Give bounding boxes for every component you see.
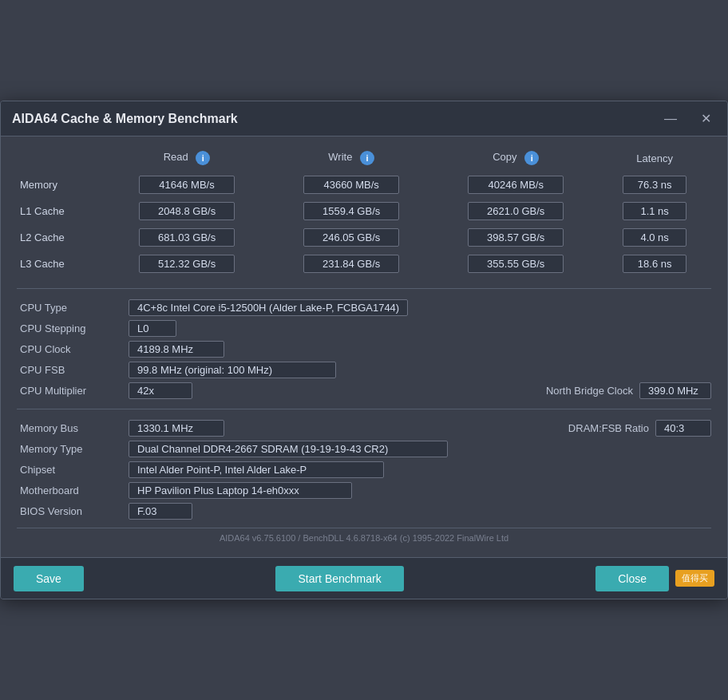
chipset-label: Chipset bbox=[17, 464, 129, 476]
cpu-clock-label: CPU Clock bbox=[17, 343, 129, 355]
title-bar: AIDA64 Cache & Memory Benchmark — ✕ bbox=[1, 101, 727, 136]
latency-cell: 1.1 ns bbox=[598, 198, 711, 224]
minimize-button[interactable]: — bbox=[659, 110, 682, 128]
footer-text: AIDA64 v6.75.6100 / BenchDLL 4.6.8718-x6… bbox=[17, 528, 711, 549]
bottom-bar: Save Start Benchmark Close 值得买 bbox=[1, 557, 727, 599]
table-row: Memory 41646 MB/s 43660 MB/s 40246 MB/s … bbox=[17, 172, 711, 198]
cpu-stepping-row: CPU Stepping L0 bbox=[17, 318, 711, 338]
read-info-icon[interactable]: i bbox=[196, 151, 210, 165]
motherboard-row: Motherboard HP Pavilion Plus Laptop 14-e… bbox=[17, 480, 711, 500]
col-copy: Copy i bbox=[433, 148, 598, 172]
main-window: AIDA64 Cache & Memory Benchmark — ✕ Read… bbox=[0, 101, 728, 599]
motherboard-label: Motherboard bbox=[17, 484, 129, 496]
dram-fsb-value: 40:3 bbox=[655, 420, 711, 437]
copy-cell: 2621.0 GB/s bbox=[433, 198, 598, 224]
memory-type-label: Memory Type bbox=[17, 443, 129, 455]
cpu-type-label: CPU Type bbox=[17, 302, 129, 314]
memory-bus-row: Memory Bus 1330.1 MHz DRAM:FSB Ratio 40:… bbox=[17, 417, 711, 438]
memory-bus-label: Memory Bus bbox=[17, 422, 129, 434]
row-label: L2 Cache bbox=[17, 224, 105, 251]
write-info-icon[interactable]: i bbox=[360, 151, 374, 165]
bios-row: BIOS Version F.03 bbox=[17, 500, 711, 521]
copy-cell: 355.55 GB/s bbox=[433, 251, 598, 277]
cpu-stepping-value: L0 bbox=[129, 320, 176, 337]
table-row: L3 Cache 512.32 GB/s 231.84 GB/s 355.55 … bbox=[17, 251, 711, 277]
cpu-stepping-label: CPU Stepping bbox=[17, 322, 129, 334]
write-cell: 231.84 GB/s bbox=[269, 251, 433, 277]
window-controls: — ✕ bbox=[659, 109, 716, 128]
write-cell: 246.05 GB/s bbox=[269, 224, 433, 251]
cpu-multiplier-row: CPU Multiplier 42x North Bridge Clock 39… bbox=[17, 380, 711, 401]
copy-cell: 398.57 GB/s bbox=[433, 224, 598, 251]
close-button[interactable]: ✕ bbox=[696, 109, 716, 128]
benchmark-table: Read i Write i Copy i Latency bbox=[17, 148, 711, 277]
row-label: L1 Cache bbox=[17, 198, 105, 224]
latency-cell: 4.0 ns bbox=[598, 224, 711, 251]
copy-cell: 40246 MB/s bbox=[433, 172, 598, 198]
read-cell: 512.32 GB/s bbox=[105, 251, 269, 277]
cpu-multiplier-label: CPU Multiplier bbox=[17, 385, 129, 397]
dram-fsb-label: DRAM:FSB Ratio bbox=[568, 422, 649, 434]
cpu-type-value: 4C+8c Intel Core i5-12500H (Alder Lake-P… bbox=[129, 299, 408, 316]
cpu-fsb-label: CPU FSB bbox=[17, 364, 129, 376]
memory-type-value: Dual Channel DDR4-2667 SDRAM (19-19-19-4… bbox=[129, 441, 448, 457]
bios-value: F.03 bbox=[129, 503, 192, 520]
north-bridge-label: North Bridge Clock bbox=[546, 385, 633, 397]
write-cell: 1559.4 GB/s bbox=[269, 198, 433, 224]
north-bridge-value: 399.0 MHz bbox=[639, 382, 711, 399]
latency-cell: 76.3 ns bbox=[598, 172, 711, 198]
memory-type-row: Memory Type Dual Channel DDR4-2667 SDRAM… bbox=[17, 438, 711, 459]
save-button[interactable]: Save bbox=[14, 566, 84, 591]
read-cell: 41646 MB/s bbox=[105, 172, 269, 198]
col-read: Read i bbox=[105, 148, 269, 172]
motherboard-value: HP Pavilion Plus Laptop 14-eh0xxx bbox=[129, 482, 352, 499]
divider-1 bbox=[17, 409, 711, 409]
cpu-fsb-row: CPU FSB 99.8 MHz (original: 100 MHz) bbox=[17, 359, 711, 380]
watermark-badge: 值得买 bbox=[675, 570, 714, 587]
copy-info-icon[interactable]: i bbox=[524, 151, 539, 165]
close-button-bottom[interactable]: Close bbox=[595, 566, 669, 591]
cpu-fsb-value: 99.8 MHz (original: 100 MHz) bbox=[129, 362, 336, 378]
info-section: CPU Type 4C+8c Intel Core i5-12500H (Ald… bbox=[17, 288, 711, 521]
cpu-multiplier-value: 42x bbox=[129, 382, 192, 399]
cpu-clock-value: 4189.8 MHz bbox=[129, 341, 224, 358]
read-cell: 681.03 GB/s bbox=[105, 224, 269, 251]
table-row: L2 Cache 681.03 GB/s 246.05 GB/s 398.57 … bbox=[17, 224, 711, 251]
write-cell: 43660 MB/s bbox=[269, 172, 433, 198]
read-cell: 2048.8 GB/s bbox=[105, 198, 269, 224]
window-title: AIDA64 Cache & Memory Benchmark bbox=[12, 112, 238, 126]
table-row: L1 Cache 2048.8 GB/s 1559.4 GB/s 2621.0 … bbox=[17, 198, 711, 224]
col-latency: Latency bbox=[598, 148, 711, 172]
chipset-value: Intel Alder Point-P, Intel Alder Lake-P bbox=[129, 461, 384, 478]
row-label: L3 Cache bbox=[17, 251, 105, 277]
right-buttons: Close 值得买 bbox=[595, 566, 714, 591]
chipset-row: Chipset Intel Alder Point-P, Intel Alder… bbox=[17, 459, 711, 480]
latency-cell: 18.6 ns bbox=[598, 251, 711, 277]
row-label: Memory bbox=[17, 172, 105, 198]
start-benchmark-button[interactable]: Start Benchmark bbox=[275, 566, 403, 591]
bios-label: BIOS Version bbox=[17, 505, 129, 517]
col-write: Write i bbox=[269, 148, 433, 172]
cpu-clock-row: CPU Clock 4189.8 MHz bbox=[17, 338, 711, 359]
cpu-type-row: CPU Type 4C+8c Intel Core i5-12500H (Ald… bbox=[17, 297, 711, 318]
content-area: Read i Write i Copy i Latency bbox=[1, 136, 727, 557]
memory-bus-value: 1330.1 MHz bbox=[129, 420, 224, 437]
